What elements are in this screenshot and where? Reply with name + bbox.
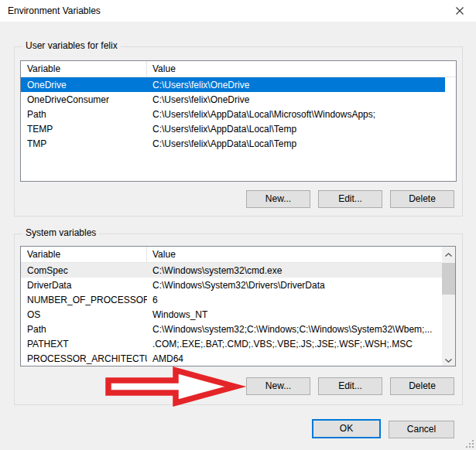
cell-value: C:\Users\felix\AppData\Local\Microsoft\W… <box>147 109 445 120</box>
scroll-up-button[interactable] <box>442 247 455 260</box>
cell-value: Windows_NT <box>147 309 438 320</box>
system-delete-button[interactable]: Delete <box>390 377 454 395</box>
title-bar: Environment Variables <box>0 0 476 22</box>
cell-variable: NUMBER_OF_PROCESSORS <box>21 295 147 305</box>
system-variables-group-label: System variables <box>22 227 99 238</box>
table-row[interactable]: TMP C:\Users\felix\AppData\Local\Temp <box>21 136 445 151</box>
system-new-button[interactable]: New... <box>246 377 310 395</box>
user-variables-table[interactable]: Variable Value OneDrive C:\Users\felix\O… <box>20 60 457 182</box>
user-variables-group-label: User variables for felix <box>22 40 121 51</box>
system-variables-table[interactable]: Variable Value ComSpec C:\Windows\system… <box>20 246 456 366</box>
cell-variable: PATHEXT <box>21 339 147 349</box>
table-row[interactable]: Path C:\Windows\system32;C:\Windows;C:\W… <box>21 322 443 336</box>
chevron-down-icon <box>445 354 452 365</box>
cancel-button[interactable]: Cancel <box>389 421 454 438</box>
system-edit-button[interactable]: Edit... <box>318 377 382 395</box>
user-delete-button[interactable]: Delete <box>390 190 454 208</box>
cell-variable: TMP <box>21 138 147 149</box>
user-header-value[interactable]: Value <box>147 61 456 77</box>
cell-variable: Path <box>21 109 147 120</box>
cell-value: C:\Users\felix\AppData\Local\Temp <box>147 138 445 149</box>
scroll-down-button[interactable] <box>442 353 455 366</box>
user-new-button[interactable]: New... <box>246 190 310 208</box>
table-row[interactable]: Path C:\Users\felix\AppData\Local\Micros… <box>21 107 445 121</box>
scrollbar-thumb[interactable] <box>442 263 455 295</box>
cell-value: .COM;.EXE;.BAT;.CMD;.VBS;.VBE;.JS;.JSE;.… <box>147 339 438 349</box>
vertical-scrollbar[interactable] <box>442 247 455 366</box>
system-header-value[interactable]: Value <box>147 247 443 262</box>
cell-value: 6 <box>147 295 438 305</box>
table-row[interactable]: NUMBER_OF_PROCESSORS 6 <box>21 292 443 307</box>
close-button[interactable] <box>443 0 476 22</box>
cell-variable: OS <box>21 309 147 320</box>
table-row[interactable]: ComSpec C:\Windows\system32\cmd.exe <box>21 263 443 278</box>
table-row[interactable]: OneDrive C:\Users\felix\OneDrive <box>21 77 445 92</box>
table-row[interactable]: OS Windows_NT <box>21 307 443 322</box>
table-row[interactable]: PROCESSOR_ARCHITECTURE AMD64 <box>21 351 443 366</box>
cell-variable: TEMP <box>21 124 147 135</box>
system-header-variable[interactable]: Variable <box>21 247 147 262</box>
table-row[interactable]: DriverData C:\Windows\System32\Drivers\D… <box>21 278 443 292</box>
table-row[interactable]: OneDriveConsumer C:\Users\felix\OneDrive <box>21 92 445 107</box>
cell-value: C:\Windows\system32\cmd.exe <box>147 265 438 276</box>
cell-value: AMD64 <box>147 353 438 364</box>
environment-variables-dialog: Environment Variables User variables for… <box>0 0 476 450</box>
user-header-variable[interactable]: Variable <box>21 61 147 77</box>
close-icon <box>455 6 464 15</box>
cell-value: C:\Users\felix\OneDrive <box>147 80 445 90</box>
cell-variable: PROCESSOR_ARCHITECTURE <box>21 353 147 364</box>
cell-value: C:\Windows\system32;C:\Windows;C:\Window… <box>147 324 438 335</box>
table-row[interactable]: PATHEXT .COM;.EXE;.BAT;.CMD;.VBS;.VBE;.J… <box>21 336 443 351</box>
ok-button[interactable]: OK <box>312 419 381 438</box>
table-row[interactable]: TEMP C:\Users\felix\AppData\Local\Temp <box>21 121 445 136</box>
cell-variable: ComSpec <box>21 265 147 276</box>
cell-variable: DriverData <box>21 280 147 291</box>
cell-value: C:\Windows\System32\Drivers\DriverData <box>147 280 438 291</box>
resize-grip[interactable] <box>466 440 474 448</box>
chevron-up-icon <box>445 248 452 259</box>
cell-variable: OneDriveConsumer <box>21 94 147 105</box>
user-table-header: Variable Value <box>21 61 456 77</box>
cell-value: C:\Users\felix\AppData\Local\Temp <box>147 124 445 135</box>
user-edit-button[interactable]: Edit... <box>318 190 382 208</box>
cell-variable: OneDrive <box>21 80 147 90</box>
cell-variable: Path <box>21 324 147 335</box>
window-title: Environment Variables <box>8 0 101 22</box>
system-table-header: Variable Value <box>21 247 443 263</box>
cell-value: C:\Users\felix\OneDrive <box>147 94 445 105</box>
